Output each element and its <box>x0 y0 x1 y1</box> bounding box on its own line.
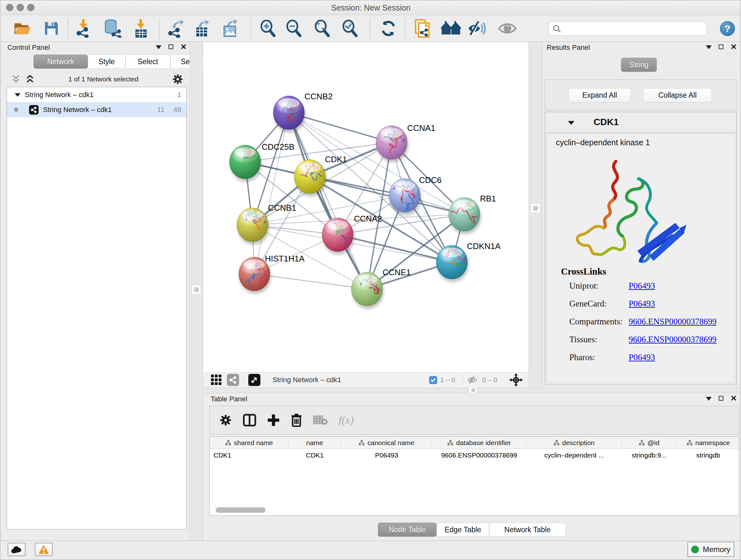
hidden-eye-icon <box>468 375 479 384</box>
delete-column-icon[interactable] <box>291 414 302 427</box>
control-panel-window-controls: ✕ <box>156 44 187 49</box>
cell-canonical-name[interactable]: P06493 <box>341 449 432 462</box>
column-header[interactable]: @id <box>622 437 676 449</box>
network-list-toolbar: 1 of 1 Network selected <box>7 72 187 86</box>
string-network-graph[interactable]: CCNB2CCNA1CDC25BCDK1CDC6RB1CCNB1CCNA2CDK… <box>203 42 529 372</box>
table-row[interactable]: CDK1 CDK1 P06493 9606.ENSP00000378699 cy… <box>210 449 739 462</box>
crosslink-tissues-link[interactable]: 9606.ENSP00000378699 <box>629 334 717 345</box>
show-hidden-button[interactable] <box>497 18 517 38</box>
tab-string[interactable]: String <box>621 58 657 72</box>
crosslink-uniprot-link[interactable]: P06493 <box>629 281 655 291</box>
horizontal-scrollbar-thumb[interactable] <box>216 507 266 513</box>
toolbar-separator <box>159 18 159 38</box>
export-table-button[interactable] <box>193 18 212 38</box>
bottom-splitter[interactable] <box>203 388 741 393</box>
right-splitter-grip[interactable] <box>531 203 540 213</box>
column-header[interactable]: database identifier <box>432 437 526 449</box>
crosslink-compartments-link[interactable]: 9606.ENSP00000378699 <box>629 317 717 327</box>
column-header[interactable]: shared name <box>210 437 288 449</box>
expand-all-icon[interactable] <box>25 75 35 84</box>
close-panel-icon[interactable]: ✕ <box>731 396 737 401</box>
import-network-file-button[interactable] <box>74 18 94 38</box>
network-row-selected[interactable]: String Network – cdk1 11 48 <box>7 102 186 117</box>
zoom-out-button[interactable] <box>284 18 304 38</box>
column-header[interactable]: canonical name <box>341 437 432 449</box>
refresh-view-button[interactable] <box>379 18 398 38</box>
add-column-icon[interactable] <box>267 414 280 427</box>
table-panel: Table Panel ✕ <box>207 393 741 541</box>
tree-expander-icon[interactable] <box>15 92 20 97</box>
close-panel-icon[interactable]: ✕ <box>180 44 187 49</box>
column-header[interactable]: name <box>288 437 341 449</box>
export-network-button[interactable] <box>166 18 186 38</box>
tab-style[interactable]: Style <box>88 55 125 69</box>
duplicate-network-button[interactable] <box>413 18 432 38</box>
node-table[interactable]: shared name name canonical name database… <box>209 436 739 516</box>
search-input[interactable] <box>561 24 703 33</box>
function-builder-icon[interactable]: f(x) <box>339 414 354 426</box>
table-gear-icon[interactable] <box>219 414 232 427</box>
tab-select[interactable]: Select <box>125 55 171 69</box>
string-home-button[interactable] <box>441 18 461 38</box>
maximize-panel-icon[interactable] <box>719 44 724 49</box>
results-panel-window-controls: ✕ <box>706 44 737 49</box>
export-image-button[interactable] <box>221 18 241 38</box>
import-table-button[interactable] <box>131 18 151 38</box>
crosslink-genecard-link[interactable]: P06493 <box>629 299 655 309</box>
expand-all-button[interactable]: Expand All <box>568 88 631 103</box>
save-session-button[interactable] <box>42 18 61 38</box>
float-panel-icon[interactable] <box>706 45 712 49</box>
cell-name[interactable]: CDK1 <box>288 449 341 462</box>
import-network-database-button[interactable] <box>103 18 123 38</box>
crosslink-pharos-link[interactable]: P06493 <box>629 353 655 362</box>
birds-eye-icon[interactable] <box>509 373 523 387</box>
open-session-button[interactable] <box>13 18 32 38</box>
detach-view-icon[interactable] <box>248 374 260 386</box>
crosslink-label: Tissues: <box>569 334 597 345</box>
maximize-panel-icon[interactable] <box>719 396 724 401</box>
tab-edge-table[interactable]: Edge Table <box>436 523 489 537</box>
network-canvas[interactable]: CCNB2CCNA1CDC25BCDK1CDC6RB1CCNB1CCNA2CDK… <box>203 42 529 372</box>
protein-section-header[interactable]: CDK1 <box>545 112 737 132</box>
left-splitter[interactable] <box>190 42 203 541</box>
close-panel-icon[interactable]: ✕ <box>731 44 737 49</box>
network-share-icon[interactable] <box>227 374 239 386</box>
toolbar-separator <box>244 374 244 385</box>
maximize-panel-icon[interactable] <box>169 44 173 49</box>
cell-namespace[interactable]: stringdb <box>676 449 739 462</box>
column-tree-icon <box>686 440 693 446</box>
network-view-toolbar: String Network – cdk1 1 – 0 0 – 0 <box>203 372 529 387</box>
cloud-status-button[interactable] <box>8 543 25 556</box>
delete-table-icon[interactable] <box>313 415 328 426</box>
column-header[interactable]: namespace <box>676 437 739 449</box>
memory-button[interactable]: Memory <box>687 542 734 557</box>
warnings-button[interactable] <box>35 543 53 556</box>
hide-unhide-button[interactable] <box>467 18 487 38</box>
network-options-gear-icon[interactable] <box>172 73 184 85</box>
zoom-in-button[interactable] <box>258 18 278 38</box>
cell-database-identifier[interactable]: 9606.ENSP00000378699 <box>432 449 526 462</box>
tab-network[interactable]: Network <box>33 55 88 69</box>
float-panel-icon[interactable] <box>156 45 161 49</box>
open-folder-icon <box>14 21 31 36</box>
collapse-all-icon[interactable] <box>11 75 21 84</box>
tab-node-table[interactable]: Node Table <box>378 523 436 537</box>
network-collection-row[interactable]: String Network – cdk1 1 <box>7 87 186 102</box>
float-panel-icon[interactable] <box>706 397 712 401</box>
selected-checkbox[interactable] <box>429 376 437 384</box>
cell-id[interactable]: stringdb:9... <box>622 449 676 462</box>
collapse-all-button[interactable]: Collapse All <box>643 88 712 103</box>
zoom-selected-button[interactable] <box>340 18 360 38</box>
column-header[interactable]: description <box>526 437 622 449</box>
grid-view-icon[interactable] <box>210 374 222 386</box>
tab-network-table[interactable]: Network Table <box>489 523 566 537</box>
zoom-fit-button[interactable] <box>313 18 332 38</box>
section-expander-icon[interactable] <box>568 120 575 125</box>
cell-description[interactable]: cyclin–dependent ... <box>526 449 622 462</box>
select-columns-icon[interactable] <box>243 414 256 427</box>
left-splitter-grip[interactable] <box>192 285 201 294</box>
cell-shared-name[interactable]: CDK1 <box>210 449 288 462</box>
toolbar-separator <box>251 18 251 38</box>
right-splitter[interactable] <box>529 42 542 387</box>
help-button[interactable]: ? <box>720 21 735 36</box>
